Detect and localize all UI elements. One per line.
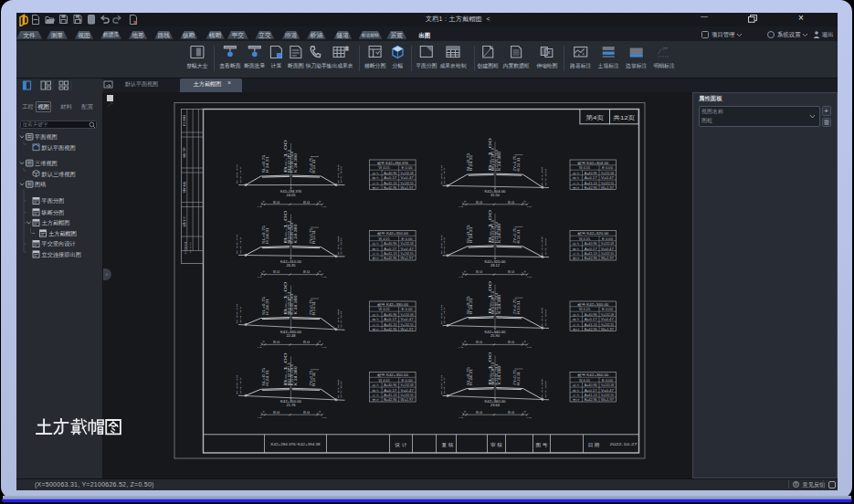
svg-text:25.90: 25.90 — [490, 333, 500, 337]
svg-text:W 4.05: W 4.05 — [579, 166, 590, 170]
svg-text:H 24.31: H 24.31 — [312, 158, 316, 173]
svg-text:桩号 K42+284.376: 桩号 K42+284.376 — [375, 161, 407, 164]
svg-text:桩号 K42+350.00: 桩号 K42+350.00 — [375, 373, 407, 377]
svg-text:W=1.97: W=1.97 — [601, 257, 615, 260]
svg-text:A=0.17: A=0.17 — [584, 176, 597, 180]
svg-text:E 0.00: E 0.00 — [602, 308, 613, 311]
svg-text:A=40.96: A=40.96 — [384, 383, 396, 387]
svg-text:填方: 填方 — [370, 312, 379, 316]
svg-text:B=42.96: B=42.96 — [384, 398, 396, 402]
svg-text:H 24.31: H 24.31 — [265, 226, 269, 244]
svg-text:24.60: 24.60 — [340, 163, 343, 183]
svg-text:第4页: 第4页 — [585, 113, 604, 120]
svg-text:V=0.47: V=0.47 — [400, 388, 414, 392]
svg-text:B=-1.00: B=-1.00 — [488, 278, 491, 313]
svg-text:K 24.380: K 24.380 — [498, 364, 501, 384]
svg-text:挖方: 挖方 — [372, 388, 379, 392]
svg-text:余方: 余方 — [572, 181, 579, 184]
svg-text:V=132.08: V=132.08 — [400, 242, 413, 246]
svg-text:合计: 合计 — [372, 398, 379, 402]
svg-text:24.60: 24.60 — [543, 378, 546, 397]
svg-text:合计: 合计 — [372, 185, 379, 189]
svg-text:B=42.96: B=42.96 — [384, 327, 396, 331]
svg-text:桩号 K42+320.00: 桩号 K42+320.00 — [575, 232, 607, 236]
svg-text:B=-1.00: B=-1.00 — [488, 350, 491, 384]
svg-text:挖方: 挖方 — [572, 318, 579, 321]
svg-text:H 24.31: H 24.31 — [469, 368, 473, 385]
svg-text:填方: 填方 — [571, 171, 580, 174]
svg-text:8.0: 8.0 — [303, 270, 311, 274]
svg-text:8.0: 8.0 — [303, 200, 311, 204]
svg-text:V=132.55: V=132.55 — [601, 252, 614, 256]
svg-text:A=41.13: A=41.13 — [384, 394, 396, 397]
svg-text:0.75: 0.75 — [459, 415, 464, 417]
svg-text:A=0.17: A=0.17 — [384, 247, 397, 250]
svg-text:8.0: 8.0 — [476, 411, 483, 415]
svg-text:8.0: 8.0 — [476, 270, 483, 274]
svg-text:8.0: 8.0 — [508, 411, 515, 415]
svg-text:0.75: 0.75 — [257, 276, 262, 278]
svg-text:24.60: 24.60 — [340, 309, 343, 328]
svg-text:填方: 填方 — [571, 383, 580, 387]
svg-text:V=132.08: V=132.08 — [601, 383, 614, 387]
svg-text:V=132.08: V=132.08 — [400, 312, 413, 316]
svg-text:1.5: 1.5 — [521, 339, 527, 344]
svg-text:V=132.55: V=132.55 — [601, 181, 614, 184]
svg-text:V=0.47: V=0.47 — [601, 176, 615, 180]
svg-text:24.47: 24.47 — [443, 164, 446, 184]
svg-text:BH2.03.2P1.4: BH2.03.2P1.4 — [287, 149, 290, 173]
svg-text:K42+284.376~K42+394.38: K42+284.376~K42+394.38 — [270, 441, 321, 446]
svg-text:24.47: 24.47 — [238, 374, 241, 394]
svg-text:A=0.17: A=0.17 — [584, 247, 597, 250]
svg-text:V=132.55: V=132.55 — [601, 394, 614, 397]
svg-text:桩号 K42+310.00: 桩号 K42+310.00 — [375, 232, 407, 236]
svg-text:余方: 余方 — [372, 394, 379, 397]
svg-text:合计: 合计 — [572, 398, 579, 402]
svg-text:V=0.47: V=0.47 — [601, 388, 615, 392]
svg-text:24.60: 24.60 — [340, 379, 343, 398]
svg-text:24.47: 24.47 — [238, 234, 241, 253]
svg-text:余方: 余方 — [572, 322, 579, 326]
svg-text:挖方: 挖方 — [572, 388, 579, 392]
svg-text:1.5: 1.5 — [316, 409, 322, 415]
svg-text:E 0.00: E 0.00 — [602, 166, 613, 170]
svg-text:BH2.03.2P1.4: BH2.03.2P1.4 — [287, 290, 290, 314]
svg-text:8.0: 8.0 — [508, 270, 515, 274]
svg-text:B=-1.00: B=-1.00 — [284, 208, 288, 243]
svg-text:A=40.96: A=40.96 — [584, 242, 596, 246]
svg-text:23.64: 23.64 — [490, 404, 500, 407]
svg-text:V=0.47: V=0.47 — [601, 247, 615, 250]
svg-text:W 4.05: W 4.05 — [378, 236, 389, 240]
svg-text:BH2.03.2P1.4: BH2.03.2P1.4 — [491, 361, 495, 384]
svg-text:V=132.55: V=132.55 — [400, 181, 413, 184]
svg-text:H.25.05 +24.4: H.25.05 +24.4 — [494, 221, 498, 243]
svg-text:H 24.31: H 24.31 — [469, 226, 473, 243]
svg-text:W 4.05: W 4.05 — [378, 166, 389, 170]
svg-text:W=1.97: W=1.97 — [400, 398, 414, 402]
svg-text:桩号 K42+340.00: 桩号 K42+340.00 — [575, 302, 607, 306]
svg-text:签字: 签字 — [183, 145, 186, 158]
svg-text:A=41.13: A=41.13 — [584, 181, 596, 184]
svg-text:A=0.17: A=0.17 — [584, 388, 597, 392]
svg-text:A=40.96: A=40.96 — [384, 312, 396, 316]
svg-text:W 4.05: W 4.05 — [579, 378, 590, 382]
svg-text:合计: 合计 — [372, 327, 379, 331]
svg-text:V=0.47: V=0.47 — [400, 318, 414, 321]
svg-text:填方: 填方 — [370, 383, 379, 387]
svg-text:K 24.380: K 24.380 — [498, 293, 501, 313]
svg-text:V=0.47: V=0.47 — [400, 176, 414, 180]
svg-text:挖方: 挖方 — [372, 176, 379, 180]
svg-text:24.47: 24.47 — [443, 235, 446, 254]
svg-text:共12页: 共12页 — [613, 113, 635, 120]
svg-text:A=0.17: A=0.17 — [384, 318, 397, 321]
svg-text:A=40.96: A=40.96 — [584, 383, 596, 387]
svg-text:A=0.17: A=0.17 — [384, 388, 397, 392]
svg-text:H 24.31: H 24.31 — [469, 153, 473, 171]
svg-text:H 24.31: H 24.31 — [516, 371, 520, 385]
svg-text:W=1.97: W=1.97 — [601, 398, 615, 402]
svg-text:桩号 K42+330.00: 桩号 K42+330.00 — [375, 302, 407, 306]
svg-text:A=41.13: A=41.13 — [584, 252, 596, 256]
svg-text:W 4.05: W 4.05 — [579, 308, 590, 311]
svg-text:V=132.08: V=132.08 — [400, 383, 413, 387]
svg-text:日 期: 日 期 — [587, 441, 599, 446]
